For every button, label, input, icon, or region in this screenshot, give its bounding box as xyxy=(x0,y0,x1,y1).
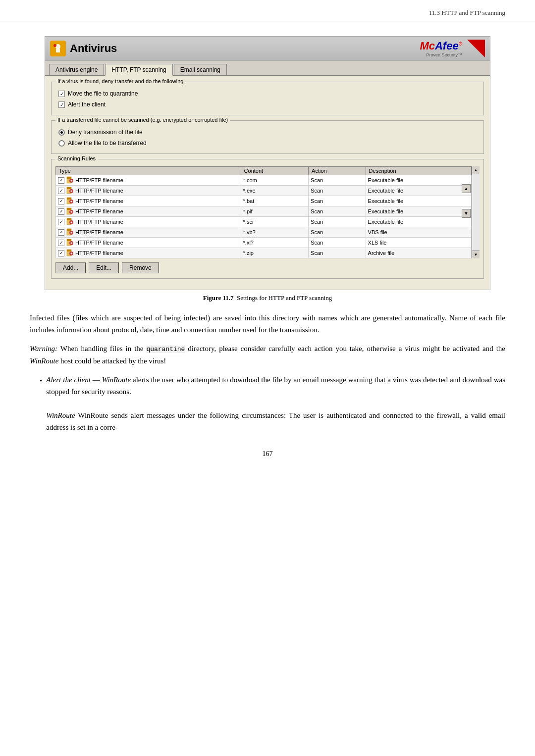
tab-email-scanning[interactable]: Email scanning xyxy=(174,64,227,75)
cell-action: Scan xyxy=(309,227,366,238)
bullet-item-alert: • Alert the client — WinRoute alerts the… xyxy=(40,374,505,433)
cell-type: ✓ HTTP/FTP filename xyxy=(56,217,241,227)
add-button[interactable]: Add... xyxy=(55,262,86,273)
figure-container: Antivirus McAfee® Proven Security™ Antiv… xyxy=(45,36,490,302)
bullet-text-1: Alert the client — WinRoute alerts the u… xyxy=(46,374,505,398)
alert-checkbox[interactable]: ✓ xyxy=(58,101,65,108)
svg-rect-20 xyxy=(67,208,71,210)
cell-type-text: HTTP/FTP filename xyxy=(75,229,123,235)
remove-button[interactable]: Remove xyxy=(122,262,159,273)
bullet-dot: • xyxy=(40,375,42,433)
virus-group-label: If a virus is found, deny transfer and d… xyxy=(55,78,185,84)
row-checkbox[interactable]: ✓ xyxy=(58,208,64,215)
alert-client-italic: Alert the client xyxy=(46,376,91,384)
col-header-action: Action xyxy=(309,167,366,175)
col-header-type: Type xyxy=(56,167,241,175)
table-row[interactable]: ✓ HTTP/FTP filename *.xl?ScanXLS file xyxy=(56,238,472,248)
move-up-button[interactable]: ▲ xyxy=(462,184,471,193)
row-checkbox[interactable]: ✓ xyxy=(58,229,64,236)
cell-type: ✓ HTTP/FTP filename xyxy=(56,238,241,248)
svg-rect-15 xyxy=(67,198,71,200)
row-checkbox[interactable]: ✓ xyxy=(58,177,64,184)
antivirus-icon xyxy=(50,41,66,56)
cell-content: *.exe xyxy=(241,186,309,196)
cell-type: ✓ HTTP/FTP filename xyxy=(56,175,241,186)
winroute-italic-2: WinRoute xyxy=(102,376,131,384)
figure-description: Settings for HTTP and FTP scanning xyxy=(237,294,332,302)
cell-action: Scan xyxy=(309,238,366,248)
dialog-titlebar: Antivirus McAfee® Proven Security™ xyxy=(45,37,490,61)
paragraph-2: Warning: When handling files in the quar… xyxy=(30,343,505,367)
cell-description: Executable file xyxy=(366,175,471,186)
deny-radio-row[interactable]: Deny transmission of the file xyxy=(58,129,479,136)
table-row[interactable]: ✓ HTTP/FTP filename *.pifScanExecutable … xyxy=(56,206,472,217)
row-checkbox[interactable]: ✓ xyxy=(58,219,64,225)
cell-description: Executable file xyxy=(366,206,471,217)
figure-caption: Figure 11.7 Settings for HTTP and FTP sc… xyxy=(45,294,490,302)
cell-type-text: HTTP/FTP filename xyxy=(75,219,123,225)
cell-content: *.scr xyxy=(241,217,309,227)
table-row[interactable]: ✓ HTTP/FTP filename *.zipScanArchive fil… xyxy=(56,248,472,258)
mcafee-brand: McAfee® xyxy=(420,40,462,52)
cell-content: *.zip xyxy=(241,248,309,258)
svg-rect-5 xyxy=(67,177,71,179)
table-scrollbar[interactable]: ▲ ▼ xyxy=(472,166,480,258)
svg-rect-30 xyxy=(67,229,71,231)
table-row[interactable]: ✓ HTTP/FTP filename *.comScanExecutable … xyxy=(56,175,472,186)
scanning-rules-table: Type Content Action Description ✓ xyxy=(55,166,472,258)
cell-action: Scan xyxy=(309,175,366,186)
table-row[interactable]: ✓ HTTP/FTP filename *.scrScanExecutable … xyxy=(56,217,472,227)
cell-content: *.com xyxy=(241,175,309,186)
dialog-title: Antivirus xyxy=(70,42,117,55)
row-checkbox[interactable]: ✓ xyxy=(58,240,64,246)
virus-group-box: If a virus is found, deny transfer and d… xyxy=(51,82,484,115)
svg-rect-25 xyxy=(67,218,71,220)
tab-antivirus-engine[interactable]: Antivirus engine xyxy=(49,64,104,75)
quarantine-checkbox[interactable]: ✓ xyxy=(58,91,65,97)
row-checkbox[interactable]: ✓ xyxy=(58,188,64,194)
deny-label: Deny transmission of the file xyxy=(68,129,143,136)
scroll-down-arrow[interactable]: ▼ xyxy=(472,251,480,258)
allow-radio-row[interactable]: Allow the file to be transferred xyxy=(58,140,479,147)
move-buttons: ▲ ▼ xyxy=(462,184,471,218)
scroll-up-arrow[interactable]: ▲ xyxy=(472,166,480,174)
page-header: 11.3 HTTP and FTP scanning xyxy=(0,0,535,21)
table-row[interactable]: ✓ HTTP/FTP filename *.vb?ScanVBS file xyxy=(56,227,472,238)
cell-type: ✓ HTTP/FTP filename xyxy=(56,206,241,217)
cell-description: VBS file xyxy=(366,227,471,238)
quarantine-checkbox-row[interactable]: ✓ Move the file to quarantine xyxy=(58,90,479,97)
table-row[interactable]: ✓ HTTP/FTP filename *.batScanExecutable … xyxy=(56,196,472,206)
move-down-button[interactable]: ▼ xyxy=(462,209,471,218)
scroll-track xyxy=(472,174,480,251)
alert-checkbox-row[interactable]: ✓ Alert the client xyxy=(58,101,479,108)
dialog-title-left: Antivirus xyxy=(50,41,117,56)
row-checkbox[interactable]: ✓ xyxy=(58,250,64,256)
cell-type: ✓ HTTP/FTP filename xyxy=(56,186,241,196)
winroute-italic-3: WinRoute xyxy=(46,411,75,419)
cell-type-text: HTTP/FTP filename xyxy=(75,177,123,183)
svg-rect-35 xyxy=(67,239,71,241)
unscanned-group-label: If a transferred file cannot be scanned … xyxy=(55,117,230,123)
edit-button[interactable]: Edit... xyxy=(89,262,119,273)
section-title: 11.3 HTTP and FTP scanning xyxy=(429,9,505,17)
unscanned-group-box: If a transferred file cannot be scanned … xyxy=(51,120,484,154)
allow-radio[interactable] xyxy=(58,140,65,147)
cell-action: Scan xyxy=(309,206,366,217)
cell-description: Archive file xyxy=(366,248,471,258)
svg-rect-40 xyxy=(67,250,71,252)
red-triangle-decoration xyxy=(467,40,485,57)
cell-content: *.vb? xyxy=(241,227,309,238)
quarantine-label: Move the file to quarantine xyxy=(68,90,138,97)
antivirus-dialog: Antivirus McAfee® Proven Security™ Antiv… xyxy=(45,36,490,290)
row-checkbox[interactable]: ✓ xyxy=(58,198,64,204)
cell-action: Scan xyxy=(309,248,366,258)
alert-label: Alert the client xyxy=(68,101,106,108)
tab-http-ftp-scanning[interactable]: HTTP, FTP scanning xyxy=(105,64,172,76)
cell-type-text: HTTP/FTP filename xyxy=(75,250,123,256)
table-row[interactable]: ✓ HTTP/FTP filename *.exeScanExecutable … xyxy=(56,186,472,196)
cell-description: XLS file xyxy=(366,238,471,248)
cell-action: Scan xyxy=(309,217,366,227)
deny-radio[interactable] xyxy=(58,129,65,136)
scanning-group-label: Scanning Rules xyxy=(55,155,98,161)
quarantine-code: quarantine xyxy=(146,346,185,353)
